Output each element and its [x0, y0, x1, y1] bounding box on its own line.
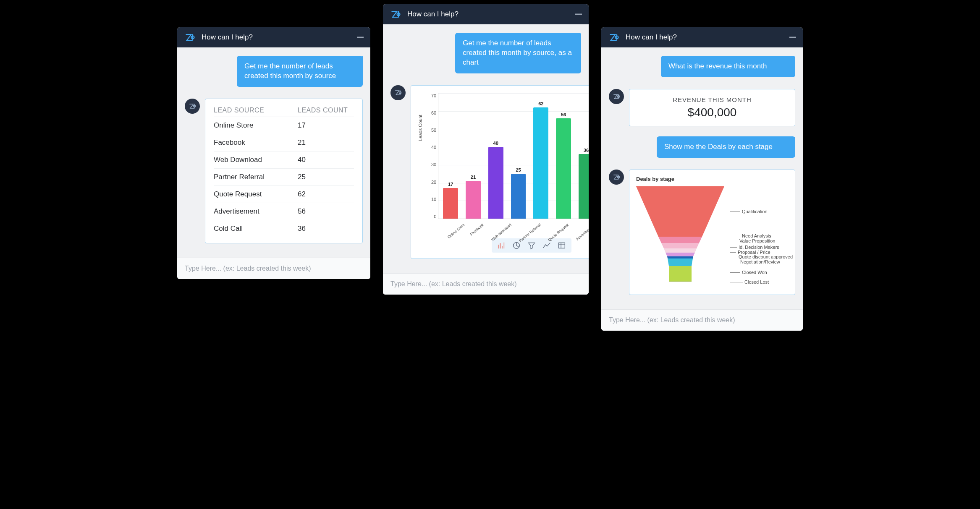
zia-logo-icon: [184, 31, 196, 43]
chat-input[interactable]: [390, 280, 581, 288]
user-message: What is the revenue this month: [661, 56, 795, 77]
cell-source: Online Store: [214, 117, 298, 134]
funnel-card: Deals by stage QualificationNeed Analysi…: [629, 170, 795, 295]
svg-marker-6: [666, 253, 695, 256]
table-row: Online Store17: [214, 117, 354, 134]
funnel-icon[interactable]: [527, 241, 536, 250]
table-icon[interactable]: [557, 241, 566, 250]
funnel-legend-item: Id. Decision Makers: [728, 245, 779, 250]
y-tick: 70: [431, 93, 436, 98]
bar-column: 21: [463, 93, 484, 219]
bar-value-label: 40: [493, 141, 498, 146]
bar-chart-icon[interactable]: [497, 241, 506, 250]
titlebar: How can I help?: [177, 27, 370, 47]
revenue-title: REVENUE THIS MONTH: [634, 96, 791, 103]
chart-y-axis-label: Leads Count: [418, 115, 423, 141]
table-row: Facebook21: [214, 134, 354, 151]
x-tick-label: Facebook: [468, 219, 487, 237]
cell-source: Cold Call: [214, 220, 298, 237]
cell-count: 17: [298, 117, 354, 134]
minimize-button[interactable]: [575, 14, 582, 15]
bar: [511, 174, 526, 219]
col-leads-count: LEADS COUNT: [298, 107, 354, 117]
bar-column: 62: [530, 93, 551, 219]
chart-y-ticks: 706050403020100: [431, 93, 438, 219]
y-tick: 0: [431, 214, 436, 219]
minimize-button[interactable]: [789, 37, 796, 38]
cell-count: 21: [298, 134, 354, 151]
chat-input-bar: [601, 309, 803, 331]
cell-count: 56: [298, 203, 354, 220]
chat-body: Get me the number of leads created this …: [177, 47, 370, 258]
bar-value-label: 17: [448, 182, 453, 187]
bot-avatar-icon: [609, 170, 624, 185]
chat-body: What is the revenue this month REVENUE T…: [601, 47, 803, 309]
chat-input-bar: [383, 273, 589, 295]
funnel-title: Deals by stage: [636, 176, 788, 182]
pie-chart-icon[interactable]: [512, 241, 521, 250]
x-tick-label: Advertisement: [573, 219, 589, 241]
y-tick: 20: [431, 180, 436, 185]
cell-source: Advertisement: [214, 203, 298, 220]
titlebar: How can I help?: [601, 27, 803, 47]
bar-column: 56: [553, 93, 574, 219]
user-message: Show me the Deals by each stage: [657, 136, 795, 158]
funnel-legend-item: Value Proposition: [728, 238, 775, 243]
cell-source: Facebook: [214, 134, 298, 151]
funnel-legend-item: Need Analysis: [728, 233, 771, 238]
bar: [443, 188, 458, 219]
chat-body: Get me the number of leads created this …: [383, 24, 589, 273]
svg-marker-9: [669, 266, 692, 281]
leads-table: LEAD SOURCE LEADS COUNT Online Store17Fa…: [214, 107, 354, 237]
table-row: Quote Request62: [214, 185, 354, 203]
bar: [579, 154, 589, 219]
cell-source: Web Download: [214, 151, 298, 168]
zia-logo-icon: [608, 31, 620, 43]
table-row: Advertisement56: [214, 203, 354, 220]
bot-response-row: REVENUE THIS MONTH $400,000: [609, 89, 795, 126]
chat-input[interactable]: [609, 316, 795, 324]
svg-marker-8: [668, 258, 693, 266]
revenue-card: REVENUE THIS MONTH $400,000: [629, 89, 795, 126]
svg-marker-7: [667, 256, 693, 258]
bot-response-row: Deals by stage QualificationNeed Analysi…: [609, 170, 795, 295]
panel-title: How can I help?: [202, 33, 253, 42]
bar-value-label: 21: [471, 175, 476, 180]
y-tick: 40: [431, 145, 436, 150]
svg-rect-1: [558, 243, 565, 248]
cell-count: 40: [298, 151, 354, 168]
user-message: Get me the number of leads created this …: [237, 56, 363, 87]
bar-value-label: 36: [584, 148, 589, 153]
zia-logo-icon: [390, 8, 401, 20]
table-row: Cold Call36: [214, 220, 354, 237]
bar-chart: Leads Count 706050403020100 172140256256…: [419, 93, 589, 226]
bot-avatar-icon: [390, 85, 406, 100]
funnel-legend-item: Negotiation/Review: [728, 259, 780, 264]
svg-marker-3: [658, 237, 702, 243]
funnel-legend-item: Qualification: [728, 209, 768, 214]
bar-column: 40: [485, 93, 506, 219]
x-tick-label: Online Store: [445, 219, 467, 239]
cell-source: Partner Referral: [214, 168, 298, 185]
chat-input-bar: [177, 258, 370, 279]
bot-response-row: LEAD SOURCE LEADS COUNT Online Store17Fa…: [185, 99, 363, 243]
chat-input[interactable]: [185, 265, 363, 272]
titlebar: How can I help?: [383, 4, 589, 24]
bar-column: 25: [508, 93, 529, 219]
chart-plot-area: 172140256256362040: [438, 93, 589, 219]
chart-type-toolbar: [492, 238, 571, 253]
bot-response-row: Leads Count 706050403020100 172140256256…: [390, 85, 581, 259]
bar-value-label: 56: [561, 112, 566, 117]
chart-x-labels: Online StoreFacebookWeb downloadPartner …: [428, 219, 589, 226]
cell-source: Quote Request: [214, 185, 298, 203]
svg-marker-4: [661, 243, 699, 248]
revenue-value: $400,000: [634, 106, 791, 119]
minimize-button[interactable]: [357, 37, 364, 38]
bot-avatar-icon: [185, 99, 200, 114]
panel-title: How can I help?: [407, 10, 459, 18]
cell-count: 62: [298, 185, 354, 203]
funnel-chart: [636, 186, 724, 287]
bar: [488, 147, 503, 219]
col-lead-source: LEAD SOURCE: [214, 107, 298, 117]
bar-value-label: 62: [538, 101, 543, 106]
